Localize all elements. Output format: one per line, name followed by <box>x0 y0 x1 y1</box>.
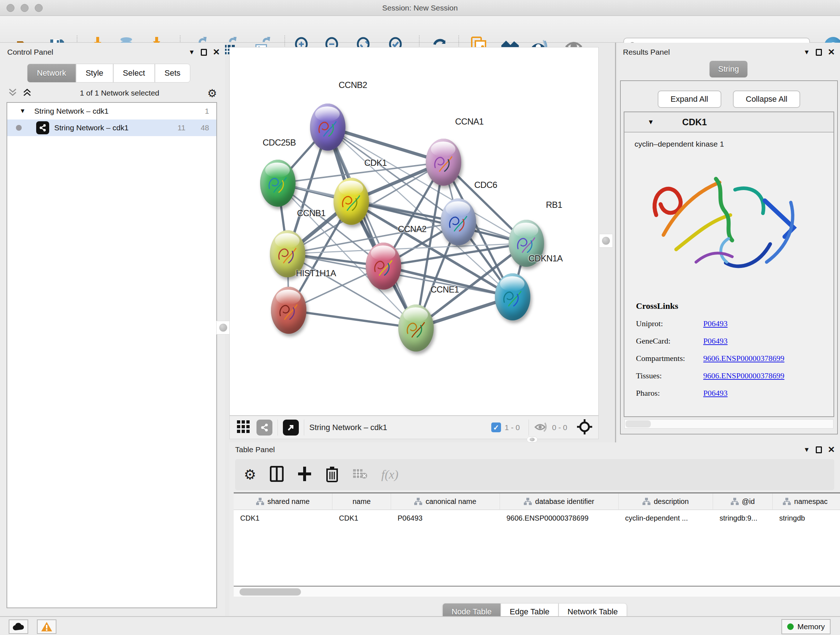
network-node-CDK1[interactable] <box>333 178 369 225</box>
network-tree: ▼ String Network – cdk1 1 String Network… <box>6 102 217 608</box>
delete-column-icon[interactable] <box>325 466 339 484</box>
cell-name[interactable]: CDK1 <box>332 510 391 526</box>
results-panel-title: Results Panel <box>623 48 670 57</box>
node-label-CDKN1A: CDKN1A <box>529 253 562 264</box>
cell-shared-name[interactable]: CDK1 <box>234 510 332 526</box>
column-header-at-id[interactable]: @id <box>713 494 773 509</box>
column-header-name[interactable]: name <box>332 494 391 509</box>
network-node-CDC6[interactable] <box>441 198 476 245</box>
protein-card-header[interactable]: ▼ CDK1 <box>624 112 834 133</box>
crosslink-row: GeneCard: P06493 <box>636 336 834 346</box>
column-header-canonical-name[interactable]: canonical name <box>391 494 500 509</box>
pharos-link[interactable]: P06493 <box>703 388 728 398</box>
string-network-badge-icon[interactable] <box>256 420 272 435</box>
open-in-browser-icon[interactable] <box>283 420 299 435</box>
collapse-all-networks-icon[interactable] <box>8 88 17 98</box>
network-edge[interactable] <box>289 310 416 328</box>
network-node-CCNE1[interactable] <box>398 304 434 352</box>
crosslink-row: Uniprot: P06493 <box>636 319 834 328</box>
float-panel-icon[interactable] <box>816 49 822 56</box>
panel-menu-caret-icon[interactable]: ▼ <box>804 446 810 454</box>
table-options-gear-icon[interactable]: ⚙ <box>244 467 256 483</box>
float-panel-icon[interactable] <box>816 447 822 453</box>
control-panel: Control Panel ▼ ✕ Network Style Select S… <box>0 43 225 616</box>
close-panel-icon[interactable]: ✕ <box>828 47 835 57</box>
toolbar-separator <box>529 420 529 435</box>
collection-count: 1 <box>205 107 209 116</box>
cell-description[interactable]: cyclin-dependent ... <box>619 510 713 526</box>
left-splitter-handle[interactable] <box>216 321 230 334</box>
toolbar-separator <box>278 420 278 435</box>
network-node-CCNA2[interactable] <box>366 242 401 290</box>
network-node-HIST1H1A[interactable] <box>271 287 306 334</box>
network-view-title: String Network – cdk1 <box>309 423 387 432</box>
fit-selected-crosshair-icon[interactable] <box>576 419 592 436</box>
compartments-link[interactable]: 9606.ENSP00000378699 <box>703 354 784 363</box>
cell-namespace[interactable]: stringdb <box>773 510 838 526</box>
cloud-status-icon[interactable] <box>9 619 28 634</box>
node-table-header: shared name name canonical name database… <box>234 494 840 510</box>
tab-style[interactable]: Style <box>76 64 113 82</box>
table-row[interactable]: CDK1 CDK1 P06493 9606.ENSP00000378699 cy… <box>234 510 840 526</box>
node-protein-thumbnail <box>501 284 524 311</box>
tab-network[interactable]: Network <box>27 64 76 82</box>
horizontal-splitter-handle[interactable] <box>527 437 538 442</box>
node-protein-thumbnail <box>447 209 470 236</box>
column-header-description[interactable]: description <box>619 494 713 509</box>
node-label-CCNA1: CCNA1 <box>455 117 484 127</box>
warning-status-icon[interactable] <box>37 619 57 634</box>
selected-nodes-checkbox-icon[interactable]: ✓ <box>491 423 501 432</box>
crosslink-row: Tissues: 9606.ENSP00000378699 <box>636 371 834 380</box>
float-panel-icon[interactable] <box>201 49 207 56</box>
cell-database-identifier[interactable]: 9606.ENSP00000378699 <box>500 510 619 526</box>
node-table: shared name name canonical name database… <box>234 492 840 586</box>
cell-at-id[interactable]: stringdb:9... <box>713 510 773 526</box>
tab-string-results[interactable]: String <box>709 61 747 78</box>
collection-expander-icon[interactable]: ▼ <box>19 108 26 115</box>
network-row[interactable]: String Network – cdk1 11 48 <box>7 119 216 136</box>
protein-name: CDK1 <box>682 117 707 127</box>
crosslink-row: Compartments: 9606.ENSP00000378699 <box>636 354 834 363</box>
network-options-gear-icon[interactable]: ⚙ <box>207 87 217 100</box>
column-header-shared-name[interactable]: shared name <box>234 494 332 509</box>
results-scrollbar[interactable] <box>624 419 834 429</box>
expand-all-button[interactable]: Expand All <box>658 90 722 108</box>
panel-menu-caret-icon[interactable]: ▼ <box>804 49 810 56</box>
node-label-CCNB1: CCNB1 <box>297 208 325 218</box>
network-canvas[interactable]: CCNB2CCNA1CDC25BCDK1CDC6RB1CCNB1CCNA2CDK… <box>229 47 599 416</box>
uniprot-link[interactable]: P06493 <box>703 319 728 328</box>
network-node-CDKN1A[interactable] <box>495 273 531 320</box>
main-toolbar: ? <box>0 16 840 43</box>
collapse-all-button[interactable]: Collapse All <box>733 90 801 108</box>
column-header-namespace[interactable]: namespac <box>773 494 838 509</box>
expand-all-networks-icon[interactable] <box>22 88 32 98</box>
close-panel-icon[interactable]: ✕ <box>213 47 220 57</box>
protein-expander-icon[interactable]: ▼ <box>647 119 654 126</box>
current-network-indicator <box>16 125 22 131</box>
network-selection-status: 1 of 1 Network selected <box>32 89 207 97</box>
close-panel-icon[interactable]: ✕ <box>828 445 835 455</box>
memory-button[interactable]: Memory <box>782 619 831 634</box>
tissues-link[interactable]: 9606.ENSP00000378699 <box>703 371 784 380</box>
tab-select[interactable]: Select <box>113 64 155 82</box>
crosslink-label: Tissues: <box>636 371 703 380</box>
table-horizontal-scrollbar[interactable] <box>234 586 840 597</box>
add-column-icon[interactable] <box>297 466 312 483</box>
network-collection-row[interactable]: ▼ String Network – cdk1 1 <box>7 103 216 119</box>
genecard-link[interactable]: P06493 <box>703 336 728 346</box>
control-panel-title: Control Panel <box>7 48 53 57</box>
network-node-CCNB2[interactable] <box>310 103 346 150</box>
column-header-database-identifier[interactable]: database identifier <box>500 494 619 509</box>
network-node-CDC25B[interactable] <box>260 160 295 207</box>
tab-sets[interactable]: Sets <box>155 64 190 82</box>
cell-canonical-name[interactable]: P06493 <box>391 510 500 526</box>
hidden-items-eye-icon[interactable] <box>534 421 548 434</box>
collection-label: String Network – cdk1 <box>34 107 205 116</box>
right-splitter-handle[interactable] <box>599 234 613 248</box>
panel-menu-caret-icon[interactable]: ▼ <box>188 49 195 56</box>
network-node-CCNA1[interactable] <box>426 139 461 186</box>
window-title: Session: New Session <box>0 4 840 12</box>
birds-eye-view-icon[interactable] <box>236 420 251 435</box>
show-columns-icon[interactable] <box>270 466 284 483</box>
crosslinks-title: CrossLinks <box>636 301 834 311</box>
